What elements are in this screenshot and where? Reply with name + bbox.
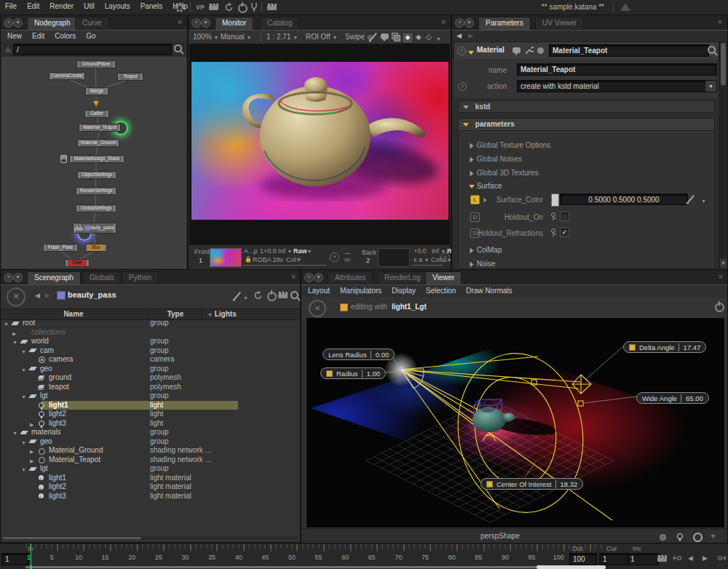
power-icon[interactable] — [238, 4, 248, 13]
camera-shape-label[interactable]: perspShape — [480, 532, 520, 540]
aperture-icon[interactable] — [693, 533, 703, 542]
viewer-menu-display[interactable]: Display — [387, 285, 421, 297]
roi-dropdown[interactable]: ROI Off ▼ — [306, 33, 337, 41]
tree-row-teapot[interactable]: teapotpolymesh — [1, 383, 300, 392]
group-global-3d-textures[interactable]: Global 3D Textures — [469, 169, 539, 177]
tree-row-lgt[interactable]: ▼lgtgroup — [1, 391, 300, 401]
tree-node-name[interactable]: light3 — [49, 419, 66, 428]
panel-menu-icon[interactable]: ▾ — [13, 273, 23, 282]
tree-node-name[interactable]: materials — [31, 428, 61, 437]
update-mode-dropdown[interactable]: Manual ▼ — [221, 33, 252, 41]
panel-menu-icon[interactable]: ▾ — [201, 18, 210, 28]
tab-globals[interactable]: Globals — [82, 271, 122, 284]
step-back-icon[interactable]: ◀ — [688, 554, 693, 562]
menu-layouts[interactable]: Layouts — [100, 2, 135, 10]
comment-icon[interactable] — [381, 33, 389, 39]
tree-node-name[interactable]: light1 — [49, 401, 68, 410]
local-badge[interactable]: L — [470, 195, 480, 204]
node-material_ground[interactable]: Material_Ground — [77, 139, 119, 147]
hud-delta-angle[interactable]: Delta Angle17.47 — [623, 341, 706, 353]
lamp-toggle-icon[interactable] — [550, 212, 558, 221]
dot-icon[interactable] — [537, 47, 544, 54]
tree-node-name[interactable]: geo — [40, 365, 52, 373]
playhead[interactable] — [31, 544, 31, 568]
render-slate-icon[interactable] — [278, 292, 288, 298]
zoom-dropdown[interactable]: 100% ▼ — [193, 33, 218, 41]
noise-group[interactable]: Noise — [469, 260, 495, 268]
tree-row-light2[interactable]: light2light material — [1, 482, 300, 492]
tree-node-name[interactable]: Material_Ground — [49, 446, 103, 455]
tree-node-name[interactable]: cam — [40, 346, 54, 355]
timeline-major-ticks[interactable] — [25, 544, 606, 552]
timeline-scroll-thumb[interactable] — [537, 565, 606, 569]
monitor-canvas[interactable] — [189, 44, 450, 244]
viewer-menu-layout[interactable]: Layout — [303, 285, 335, 297]
nodegraph-menu-new[interactable]: New — [2, 31, 27, 42]
close-icon[interactable]: × — [289, 273, 298, 282]
node-name-field[interactable]: Material_Teapot — [549, 44, 709, 57]
front-exposure[interactable]: 1+0.0 — [260, 247, 277, 255]
fork-icon[interactable] — [250, 2, 258, 12]
tree-node-name[interactable]: light2 — [49, 482, 66, 491]
node-merge[interactable]: Merge — [85, 87, 108, 95]
help-icon[interactable]: ? — [458, 82, 467, 91]
compare-icon[interactable]: ◈ — [416, 33, 422, 41]
back-xa-dropdown[interactable]: x a ▼ — [414, 256, 429, 263]
front-alpha-label[interactable]: A...p — [244, 247, 258, 255]
search-icon[interactable] — [174, 44, 182, 52]
tree-node-name[interactable]: collections — [31, 328, 66, 337]
expand-icon[interactable] — [468, 48, 474, 56]
scrollbar-down-icon[interactable]: ▼ — [720, 259, 727, 268]
next-key-icon[interactable] — [716, 553, 727, 563]
column-lights[interactable]: ▼ Lights — [207, 310, 237, 318]
tree-row-light3[interactable]: ▶light3light — [1, 419, 300, 429]
add-icon[interactable]: + — [711, 531, 716, 541]
menu-panels[interactable]: Panels — [135, 2, 168, 10]
tree-node-name[interactable]: ground — [49, 373, 71, 382]
node-search-input[interactable]: / — [13, 44, 172, 55]
node-blur[interactable]: Blur — [85, 244, 107, 252]
node-globalsettings[interactable]: GlobalSettings — [76, 204, 116, 212]
group-global-texture-options[interactable]: Global Texture Options — [469, 141, 550, 149]
gear-icon[interactable] — [175, 2, 185, 12]
hud-wide-angle[interactable]: Wide Angle65.00 — [636, 392, 709, 404]
scrollbar-thumb[interactable] — [721, 43, 726, 85]
tab-curve[interactable]: Curve — [75, 17, 109, 29]
default-badge[interactable]: D — [470, 212, 480, 222]
tree-row-light1[interactable]: light1light material — [1, 474, 300, 483]
tab-scenegraph[interactable]: Scenegraph — [27, 271, 81, 284]
holdout-refractions-check[interactable]: ✓ — [560, 228, 569, 237]
history-forward-icon[interactable]: ▶ — [468, 32, 473, 39]
group-global-noises[interactable]: Global Noises — [469, 155, 522, 163]
comment-icon[interactable] — [513, 47, 521, 53]
tab-uv-viewer[interactable]: UV Viewer — [535, 17, 584, 29]
tree-row-lgt[interactable]: ▼lgtgroup — [1, 464, 300, 474]
tree-node-name[interactable]: light3 — [49, 492, 66, 501]
panel-plus-icon[interactable]: + — [304, 273, 314, 282]
close-icon[interactable]: × — [716, 18, 724, 27]
front-channels[interactable]: RGBA 28x — [253, 256, 283, 263]
node-objectsettings[interactable]: ObjectSettings — [77, 171, 116, 179]
tab-catalog[interactable]: Catalog — [260, 17, 299, 29]
warning-icon[interactable] — [620, 3, 630, 11]
kstd-group[interactable]: kstd — [458, 100, 715, 113]
prev-key-icon[interactable] — [673, 553, 683, 563]
search-icon[interactable] — [290, 291, 298, 299]
tree-row-world[interactable]: ▼worldgroup — [1, 337, 300, 346]
name-field[interactable]: Material_Teapot — [517, 63, 717, 76]
tree-node-name[interactable]: light1 — [49, 474, 66, 482]
colmap-group[interactable]: ColMap — [469, 246, 502, 254]
surface-group[interactable]: Surface — [469, 182, 502, 190]
panel-plus-icon[interactable]: + — [455, 18, 464, 28]
tree-row-Material_Teapot[interactable]: ▶Material_Teapotshading network ... — [1, 455, 300, 465]
dropdown-arrow-icon[interactable]: ▼ — [705, 81, 716, 92]
panel-menu-icon[interactable]: ▾ — [314, 273, 323, 282]
scrollbar[interactable]: ▼ — [719, 41, 727, 268]
surface-color-values[interactable]: 0.5000 0.5000 0.5000 — [560, 194, 688, 205]
tree-row-light3[interactable]: light3light material — [1, 492, 300, 501]
tree-row-light2[interactable]: light2light — [1, 410, 300, 419]
node-gaffer[interactable]: Gaffer — [84, 110, 109, 118]
tree-node-name[interactable]: world — [31, 337, 49, 346]
viewer-menu-selection[interactable]: Selection — [421, 285, 461, 297]
forward-icon[interactable]: ▶ — [45, 292, 50, 299]
